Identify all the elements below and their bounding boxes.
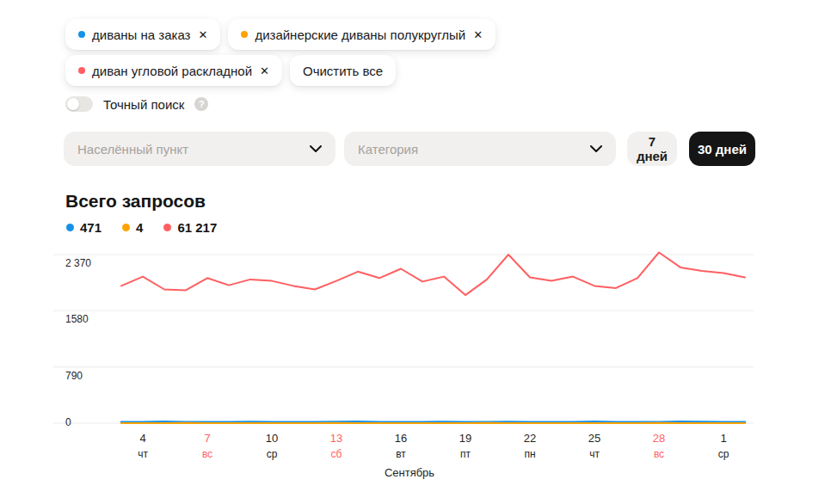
filter-chips-row-2: диван угловой раскладной✕Очистить все xyxy=(65,55,396,86)
x-tick-day: 16 xyxy=(375,432,427,445)
x-tick-day: 19 xyxy=(440,432,491,445)
legend-total: 4 xyxy=(136,220,143,235)
x-tick-weekday: чт xyxy=(117,448,169,460)
x-tick-day: 1 xyxy=(698,432,749,445)
y-axis-tick-label: 790 xyxy=(65,370,83,382)
legend-item: 61 217 xyxy=(163,220,217,235)
x-tick-weekday: сб xyxy=(311,448,362,460)
x-tick: 4чт xyxy=(117,432,169,460)
x-tick-weekday: пт xyxy=(440,448,491,460)
remove-chip-icon[interactable]: ✕ xyxy=(198,28,207,41)
x-tick-weekday: вс xyxy=(182,448,233,460)
x-tick: 25чт xyxy=(569,432,620,460)
filter-chip[interactable]: диваны на заказ✕ xyxy=(65,19,220,50)
x-tick-weekday: ср xyxy=(698,448,749,460)
filter-chip[interactable]: дизайнерские диваны полукруглый✕ xyxy=(228,19,496,50)
x-tick: 7вс xyxy=(182,432,233,460)
filter-chip[interactable]: диван угловой раскладной✕ xyxy=(65,55,282,86)
x-tick: 19пт xyxy=(440,432,491,460)
legend-item: 4 xyxy=(122,220,143,235)
location-dropdown[interactable]: Населённый пункт xyxy=(64,132,335,166)
x-tick-weekday: пн xyxy=(504,448,556,460)
x-tick-day: 4 xyxy=(117,432,169,445)
legend-total: 471 xyxy=(80,220,102,235)
location-placeholder: Населённый пункт xyxy=(77,142,188,157)
y-axis-tick-label: 0 xyxy=(65,416,71,428)
category-placeholder: Категория xyxy=(358,142,418,157)
line-chart xyxy=(0,245,831,503)
x-tick-day: 7 xyxy=(182,432,233,445)
series-line xyxy=(121,253,745,296)
chip-label: диван угловой раскладной xyxy=(92,64,252,78)
x-tick: 1ср xyxy=(698,432,749,460)
exact-search-toggle[interactable] xyxy=(65,96,93,112)
x-tick-day: 25 xyxy=(569,432,620,445)
x-tick-weekday: вс xyxy=(633,448,685,460)
series-color-dot xyxy=(241,31,248,38)
x-tick-weekday: чт xyxy=(569,448,620,460)
x-tick-day: 22 xyxy=(504,432,556,445)
series-line xyxy=(121,421,745,422)
range-7-days-button[interactable]: 7 дней xyxy=(627,132,677,166)
x-tick: 10ср xyxy=(246,432,298,460)
exact-search-row: Точный поиск ? xyxy=(65,96,208,112)
legend-color-dot xyxy=(66,224,74,231)
x-tick: 16вт xyxy=(375,432,427,460)
x-tick: 22пн xyxy=(504,432,556,460)
legend-item: 471 xyxy=(66,220,102,235)
y-axis-tick-label: 2 370 xyxy=(65,257,91,269)
remove-chip-icon[interactable]: ✕ xyxy=(473,28,483,41)
series-color-dot xyxy=(78,31,85,38)
clear-all-button[interactable]: Очистить все xyxy=(290,55,396,86)
x-tick: 28вс xyxy=(633,432,685,460)
chip-label: дизайнерские диваны полукруглый xyxy=(255,28,465,42)
filter-chips-row-1: диваны на заказ✕дизайнерские диваны полу… xyxy=(65,19,496,50)
chart-legend: 471461 217 xyxy=(66,220,217,235)
x-tick-weekday: ср xyxy=(246,448,298,460)
x-tick-day: 10 xyxy=(246,432,298,445)
series-color-dot xyxy=(78,67,85,74)
legend-total: 61 217 xyxy=(177,220,217,235)
x-tick-day: 28 xyxy=(633,432,685,445)
toggle-knob xyxy=(67,98,79,110)
y-axis-tick-label: 1580 xyxy=(65,313,89,325)
x-tick-weekday: вт xyxy=(375,448,427,460)
remove-chip-icon[interactable]: ✕ xyxy=(260,65,269,77)
chevron-down-icon xyxy=(310,145,322,152)
chart-title: Всего запросов xyxy=(65,191,206,212)
range-30-days-button[interactable]: 30 дней xyxy=(689,132,755,166)
x-tick: 13сб xyxy=(311,432,362,460)
chip-label: диваны на заказ xyxy=(92,28,190,42)
month-label: Сентябрь xyxy=(65,466,754,479)
legend-color-dot xyxy=(163,224,171,231)
exact-search-label: Точный поиск xyxy=(103,97,184,112)
help-question-icon[interactable]: ? xyxy=(194,97,208,111)
category-dropdown[interactable]: Категория xyxy=(344,132,616,166)
chevron-down-icon xyxy=(590,145,602,152)
x-tick-day: 13 xyxy=(311,432,362,445)
legend-color-dot xyxy=(122,224,130,231)
search-analytics-page: диваны на заказ✕дизайнерские диваны полу… xyxy=(0,0,831,504)
